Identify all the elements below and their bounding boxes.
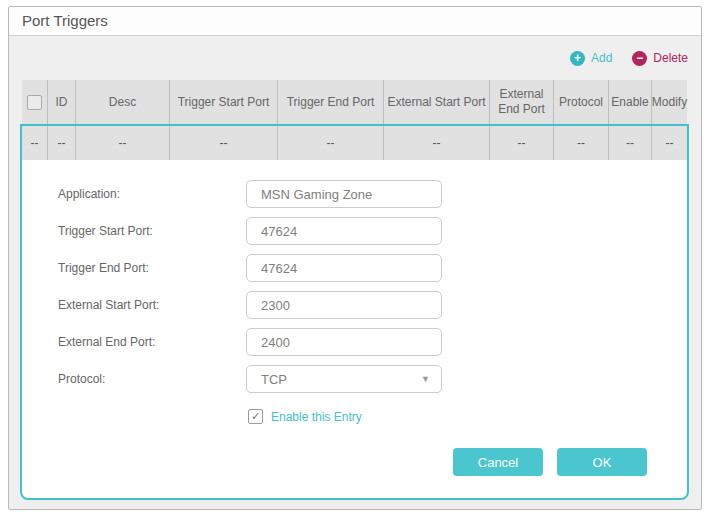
row-cell-trigger-start-port: -- <box>170 126 278 160</box>
enable-entry-label: Enable this Entry <box>271 410 362 424</box>
row-cell-external-start-port: -- <box>384 126 490 160</box>
cancel-button[interactable]: Cancel <box>453 448 543 476</box>
row-cell-external-end-port: -- <box>490 126 554 160</box>
protocol-label: Protocol: <box>58 372 246 386</box>
external-start-port-label: External Start Port: <box>58 298 246 312</box>
edit-panel: -- -- -- -- -- -- -- -- -- -- Applicatio… <box>20 124 689 500</box>
header-cell-modify: Modify <box>652 80 687 124</box>
enable-entry-row: ✓ Enable this Entry <box>248 409 687 424</box>
header-cell-id: ID <box>48 80 76 124</box>
header-cell-external-end-port: External End Port <box>490 80 554 124</box>
add-button-label: Add <box>591 51 612 65</box>
toolbar: + Add − Delete <box>22 36 688 80</box>
header-cell-protocol: Protocol <box>554 80 609 124</box>
form-row-protocol: Protocol: TCP ▼ <box>58 365 687 393</box>
trigger-start-port-label: Trigger Start Port: <box>58 224 246 238</box>
header-cell-enable: Enable <box>609 80 652 124</box>
form-row-application: Application: <box>58 180 687 208</box>
table-header-row: ID Desc Trigger Start Port Trigger End P… <box>22 80 687 124</box>
form-row-external-end-port: External End Port: <box>58 328 687 356</box>
form-row-trigger-end-port: Trigger End Port: <box>58 254 687 282</box>
application-label: Application: <box>58 187 246 201</box>
select-all-checkbox[interactable] <box>27 95 42 110</box>
trigger-end-port-field[interactable] <box>246 254 442 282</box>
header-cell-desc: Desc <box>76 80 170 124</box>
row-cell-modify: -- <box>652 126 687 160</box>
add-button[interactable]: + Add <box>570 51 612 66</box>
enable-entry-checkbox[interactable]: ✓ <box>248 409 263 424</box>
row-cell-select: -- <box>22 126 48 160</box>
edit-form: Application: Trigger Start Port: Trigger… <box>22 160 687 498</box>
external-end-port-label: External End Port: <box>58 335 246 349</box>
trigger-end-port-label: Trigger End Port: <box>58 261 246 275</box>
content-area: + Add − Delete ID Desc Trigger Start Por… <box>9 36 701 509</box>
port-triggers-window: Port Triggers + Add − Delete ID Desc Tri… <box>8 6 702 510</box>
plus-icon: + <box>570 51 585 66</box>
form-row-external-start-port: External Start Port: <box>58 291 687 319</box>
table-row[interactable]: -- -- -- -- -- -- -- -- -- -- <box>22 126 687 160</box>
protocol-select[interactable]: TCP ▼ <box>246 365 442 393</box>
delete-button[interactable]: − Delete <box>632 51 688 66</box>
header-cell-trigger-end-port: Trigger End Port <box>278 80 384 124</box>
row-cell-desc: -- <box>76 126 170 160</box>
header-cell-select <box>22 80 48 124</box>
form-row-trigger-start-port: Trigger Start Port: <box>58 217 687 245</box>
delete-button-label: Delete <box>653 51 688 65</box>
header-cell-trigger-start-port: Trigger Start Port <box>170 80 278 124</box>
trigger-start-port-field[interactable] <box>246 217 442 245</box>
protocol-selected-value[interactable]: TCP <box>246 365 442 393</box>
ok-button[interactable]: OK <box>557 448 647 476</box>
minus-icon: − <box>632 51 647 66</box>
button-row: Cancel OK <box>22 448 687 476</box>
row-cell-enable: -- <box>609 126 652 160</box>
external-start-port-field[interactable] <box>246 291 442 319</box>
header-cell-external-start-port: External Start Port <box>384 80 490 124</box>
application-field[interactable] <box>246 180 442 208</box>
row-cell-trigger-end-port: -- <box>278 126 384 160</box>
page-title: Port Triggers <box>9 7 701 36</box>
row-cell-protocol: -- <box>554 126 609 160</box>
external-end-port-field[interactable] <box>246 328 442 356</box>
row-cell-id: -- <box>48 126 76 160</box>
